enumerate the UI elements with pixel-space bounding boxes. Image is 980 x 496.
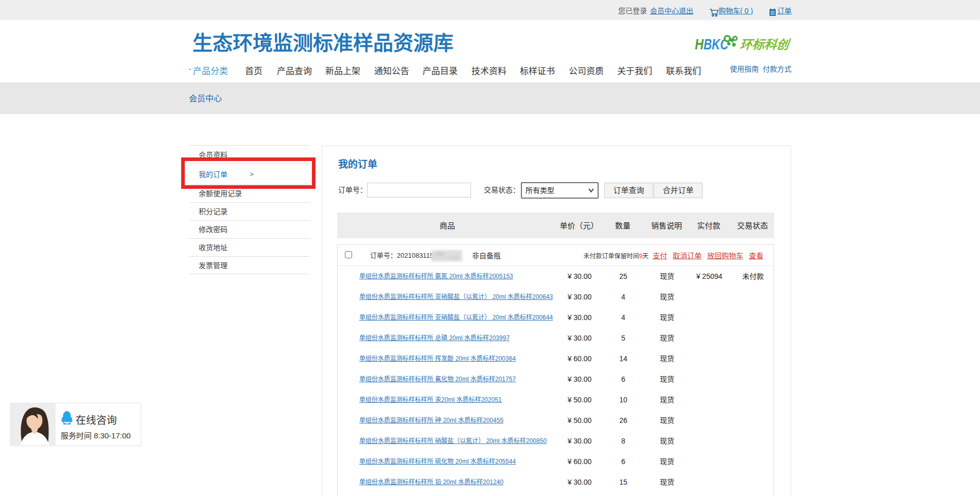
svg-text:环标科创: 环标科创 — [739, 38, 792, 51]
svg-text:H: H — [695, 36, 704, 52]
